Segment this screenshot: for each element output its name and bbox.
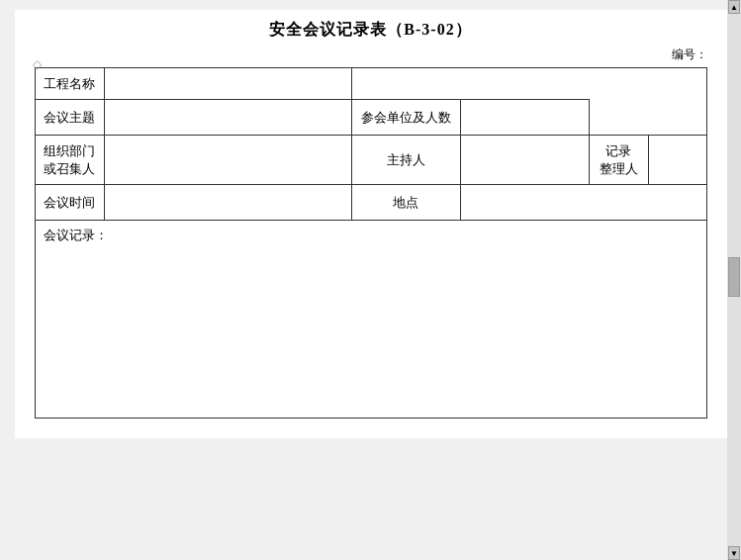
organizer-row: 组织部门 或召集人 主持人 记录 整理人 xyxy=(35,136,706,185)
notes-label: 会议记录： xyxy=(44,228,108,242)
meeting-topic-label: 会议主题 xyxy=(35,100,104,136)
scrollbar-up-btn[interactable]: ▲ xyxy=(728,0,740,14)
notes-row: 会议记录： xyxy=(35,221,706,419)
host-value[interactable] xyxy=(460,136,589,185)
project-name-label: 工程名称 xyxy=(35,68,104,100)
meeting-time-label: 会议时间 xyxy=(35,185,104,221)
page-title: 安全会议记录表（B-3-02） xyxy=(35,20,707,41)
participants-label: 参会单位及人数 xyxy=(351,100,460,136)
notes-cell[interactable]: 会议记录： xyxy=(35,221,706,419)
participants-value[interactable] xyxy=(460,100,589,136)
meeting-time-value[interactable] xyxy=(104,185,351,221)
recorder-value[interactable] xyxy=(648,136,706,185)
main-table: 工程名称 会议主题 参会单位及人数 组织部门 或召集人 主持人 xyxy=(35,67,707,419)
diamond-icon: ◇ xyxy=(33,57,42,72)
project-name-value[interactable] xyxy=(104,68,351,100)
scrollbar-down-btn[interactable]: ▼ xyxy=(728,546,740,560)
project-name-row: 工程名称 xyxy=(35,68,706,100)
meeting-topic-row: 会议主题 参会单位及人数 xyxy=(35,100,706,136)
document-container: 安全会议记录表（B-3-02） 编号： ◇ 工程名称 会议主题 参会单位及人数 … xyxy=(15,10,727,438)
location-value[interactable] xyxy=(460,185,706,221)
organizer-label: 组织部门 或召集人 xyxy=(35,136,104,185)
host-label: 主持人 xyxy=(351,136,460,185)
location-label: 地点 xyxy=(351,185,460,221)
scrollbar[interactable]: ▼ ▲ xyxy=(727,0,741,560)
meeting-time-row: 会议时间 地点 xyxy=(35,185,706,221)
recorder-label: 记录 整理人 xyxy=(589,136,648,185)
meeting-topic-value[interactable] xyxy=(104,100,351,136)
organizer-value[interactable] xyxy=(104,136,351,185)
serial-number: 编号： xyxy=(35,47,707,63)
scrollbar-thumb[interactable] xyxy=(728,257,740,297)
